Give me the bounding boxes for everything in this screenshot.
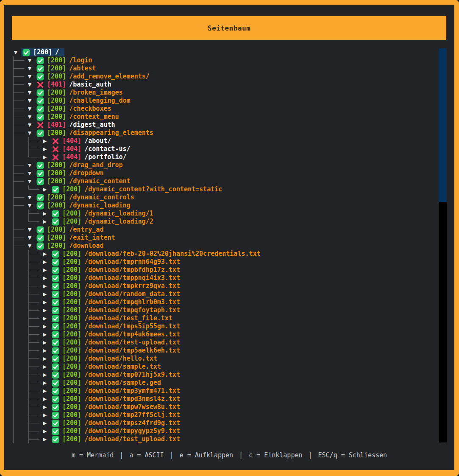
tree-row[interactable]: ▶ [200] /download/sample.txt bbox=[4, 363, 435, 371]
tree-row[interactable]: ▼ [401] /digest_auth bbox=[4, 121, 435, 129]
tree-row[interactable]: ▶ [200] /download/tmp4uk6mees.txt bbox=[4, 330, 435, 339]
tree-row[interactable]: ▼ [200] /dynamic_controls bbox=[4, 193, 435, 202]
tree-row[interactable]: ▼ [200] /add_remove_elements/ bbox=[4, 73, 435, 81]
tree-row[interactable]: ▶ [200] /download/tmpbfdhp17z.txt bbox=[4, 266, 435, 274]
expand-triangle-icon[interactable]: ▶ bbox=[42, 330, 48, 339]
tree-row[interactable]: ▼ [200] /entry_ad bbox=[4, 226, 435, 234]
scrollbar[interactable] bbox=[439, 48, 447, 442]
tree-row[interactable]: ▼ [200] /exit_intent bbox=[4, 234, 435, 242]
tree-row[interactable]: ▶ [200] /download/tmprnh64g93.txt bbox=[4, 258, 435, 266]
collapse-triangle-icon[interactable]: ▼ bbox=[27, 121, 33, 129]
tree-row[interactable]: ▶ [200] /download/test_file.txt bbox=[4, 314, 435, 322]
expand-triangle-icon[interactable]: ▶ bbox=[42, 137, 48, 145]
expand-triangle-icon[interactable]: ▶ bbox=[42, 322, 48, 330]
collapse-triangle-icon[interactable]: ▼ bbox=[27, 193, 33, 202]
expand-triangle-icon[interactable]: ▶ bbox=[42, 290, 48, 298]
expand-triangle-icon[interactable]: ▶ bbox=[42, 339, 48, 347]
tree-row[interactable]: ▼ [200] /disappearing_elements bbox=[4, 129, 435, 137]
expand-triangle-icon[interactable]: ▶ bbox=[42, 387, 48, 395]
expand-triangle-icon[interactable]: ▶ bbox=[42, 185, 48, 193]
expand-triangle-icon[interactable]: ▶ bbox=[42, 347, 48, 355]
expand-triangle-icon[interactable]: ▶ bbox=[42, 266, 48, 274]
expand-triangle-icon[interactable]: ▶ bbox=[42, 355, 48, 363]
tree-row[interactable]: ▶ [200] /download/tmpqhlrb0m3.txt bbox=[4, 298, 435, 306]
tree-row[interactable]: ▼ [200] /checkboxes bbox=[4, 105, 435, 113]
tree-row[interactable]: ▼ [200] / bbox=[4, 48, 435, 56]
collapse-triangle-icon[interactable]: ▼ bbox=[27, 226, 33, 234]
tree-row[interactable]: ▶ [200] /dynamic_loading/1 bbox=[4, 210, 435, 218]
collapse-triangle-icon[interactable]: ▼ bbox=[27, 177, 33, 185]
tree-row[interactable]: ▶ [200] /download/tmpqfoytaph.txt bbox=[4, 306, 435, 314]
expand-triangle-icon[interactable]: ▶ bbox=[42, 218, 48, 226]
tree-row[interactable]: ▶ [404] /about/ bbox=[4, 137, 435, 145]
expand-triangle-icon[interactable]: ▶ bbox=[42, 250, 48, 258]
collapse-triangle-icon[interactable]: ▼ bbox=[27, 202, 33, 210]
tree-row[interactable]: ▼ [200] /challenging_dom bbox=[4, 97, 435, 105]
collapse-triangle-icon[interactable]: ▼ bbox=[27, 234, 33, 242]
tree-row[interactable]: ▶ [200] /download/tmpw7wsew8u.txt bbox=[4, 403, 435, 411]
tree-row[interactable]: ▼ [401] /basic_auth bbox=[4, 81, 435, 89]
tree-row[interactable]: ▶ [200] /download/tmppnqi4ix3.txt bbox=[4, 274, 435, 282]
expand-triangle-icon[interactable]: ▶ bbox=[42, 153, 48, 161]
tree-row[interactable]: ▶ [200] /download/tmpsz4frd9g.txt bbox=[4, 419, 435, 427]
expand-triangle-icon[interactable]: ▶ bbox=[42, 395, 48, 403]
tree-row[interactable]: ▶ [200] /download/hello.txt bbox=[4, 355, 435, 363]
expand-triangle-icon[interactable]: ▶ bbox=[42, 371, 48, 379]
tree-row[interactable]: ▶ [200] /download/tmpkrrz9qva.txt bbox=[4, 282, 435, 290]
collapse-triangle-icon[interactable]: ▼ bbox=[27, 242, 33, 250]
collapse-triangle-icon[interactable]: ▼ bbox=[27, 161, 33, 169]
collapse-triangle-icon[interactable]: ▼ bbox=[27, 56, 33, 64]
tree-row[interactable]: ▶ [200] /download/sample.ged bbox=[4, 379, 435, 387]
expand-triangle-icon[interactable]: ▶ bbox=[42, 435, 48, 443]
scrollbar-thumb[interactable] bbox=[439, 48, 447, 202]
tree-row[interactable]: ▶ [200] /download/tmp3ymfm471.txt bbox=[4, 387, 435, 395]
tree-row[interactable]: ▼ [200] /broken_images bbox=[4, 89, 435, 97]
tree-row[interactable]: ▶ [200] /dynamic_content?with_content=st… bbox=[4, 185, 435, 193]
tree-row[interactable]: ▶ [404] /portfolio/ bbox=[4, 153, 435, 161]
expand-triangle-icon[interactable]: ▶ bbox=[42, 298, 48, 306]
expand-triangle-icon[interactable]: ▶ bbox=[42, 258, 48, 266]
collapse-triangle-icon[interactable]: ▼ bbox=[27, 105, 33, 113]
tree-row[interactable]: ▼ [200] /abtest bbox=[4, 64, 435, 73]
expand-triangle-icon[interactable]: ▶ bbox=[42, 210, 48, 218]
tree-row[interactable]: ▶ [200] /download/feb-20-02%20jhansi%20c… bbox=[4, 250, 435, 258]
expand-triangle-icon[interactable]: ▶ bbox=[42, 419, 48, 427]
expand-triangle-icon[interactable]: ▶ bbox=[42, 403, 48, 411]
collapse-triangle-icon[interactable]: ▼ bbox=[27, 73, 33, 81]
expand-triangle-icon[interactable]: ▶ bbox=[42, 145, 48, 153]
collapse-triangle-icon[interactable]: ▼ bbox=[27, 113, 33, 121]
expand-triangle-icon[interactable]: ▶ bbox=[42, 282, 48, 290]
tree-row[interactable]: ▶ [200] /download/test-upload.txt bbox=[4, 339, 435, 347]
tree-row[interactable]: ▶ [200] /download/random_data.txt bbox=[4, 290, 435, 298]
collapse-triangle-icon[interactable]: ▼ bbox=[13, 48, 19, 56]
expand-triangle-icon[interactable]: ▶ bbox=[42, 363, 48, 371]
tree-row[interactable]: ▼ [200] /login bbox=[4, 56, 435, 64]
tree-row[interactable]: ▶ [404] /contact-us/ bbox=[4, 145, 435, 153]
collapse-triangle-icon[interactable]: ▼ bbox=[27, 89, 33, 97]
tree-row[interactable]: ▶ [200] /download/tmps5ip55gn.txt bbox=[4, 322, 435, 330]
tree-row[interactable]: ▼ [200] /dynamic_content bbox=[4, 177, 435, 185]
tree-row[interactable]: ▶ [200] /download/test_upload.txt bbox=[4, 435, 435, 443]
expand-triangle-icon[interactable]: ▶ bbox=[42, 379, 48, 387]
tree-row[interactable]: ▶ [200] /dynamic_loading/2 bbox=[4, 218, 435, 226]
expand-triangle-icon[interactable]: ▶ bbox=[42, 274, 48, 282]
collapse-triangle-icon[interactable]: ▼ bbox=[27, 81, 33, 89]
tree-row[interactable]: ▶ [200] /download/tmp5aelk6eh.txt bbox=[4, 347, 435, 355]
tree-row[interactable]: ▼ [200] /context_menu bbox=[4, 113, 435, 121]
tree-row[interactable]: ▼ [200] /drag_and_drop bbox=[4, 161, 435, 169]
tree-row[interactable]: ▶ [200] /download/tmp27ff5clj.txt bbox=[4, 411, 435, 419]
collapse-triangle-icon[interactable]: ▼ bbox=[27, 97, 33, 105]
collapse-triangle-icon[interactable]: ▼ bbox=[27, 169, 33, 177]
collapse-triangle-icon[interactable]: ▼ bbox=[27, 129, 33, 137]
expand-triangle-icon[interactable]: ▶ bbox=[42, 427, 48, 435]
tree-row[interactable]: ▶ [200] /download/tmpd3nmsl4z.txt bbox=[4, 395, 435, 403]
tree-row[interactable]: ▼ [200] /dynamic_loading bbox=[4, 202, 435, 210]
tree-row[interactable]: ▼ [200] /download bbox=[4, 242, 435, 250]
collapse-triangle-icon[interactable]: ▼ bbox=[27, 64, 33, 73]
tree-row[interactable]: ▶ [200] /download/tmpygypz5y9.txt bbox=[4, 427, 435, 435]
expand-triangle-icon[interactable]: ▶ bbox=[42, 306, 48, 314]
expand-triangle-icon[interactable]: ▶ bbox=[42, 314, 48, 322]
expand-triangle-icon[interactable]: ▶ bbox=[42, 411, 48, 419]
tree-row[interactable]: ▼ [200] /dropdown bbox=[4, 169, 435, 177]
tree-row[interactable]: ▶ [200] /download/tmp071hj5x9.txt bbox=[4, 371, 435, 379]
